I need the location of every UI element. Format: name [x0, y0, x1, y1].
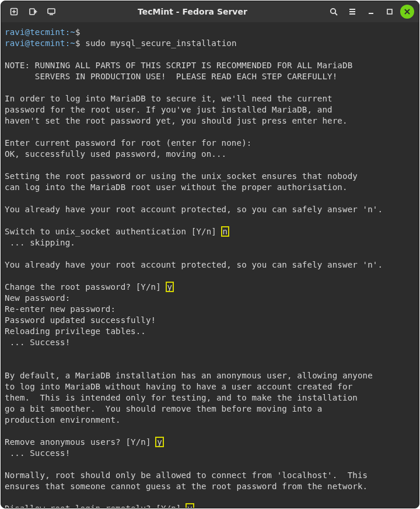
output-line: them. This is intended only for testing,… [5, 393, 358, 402]
screen-button[interactable] [43, 3, 60, 20]
svg-rect-14 [387, 9, 392, 14]
output-line: production environment. [5, 415, 121, 424]
svg-rect-3 [30, 9, 34, 15]
output-line: ... Success! [5, 338, 70, 347]
terminal-output[interactable]: ravi@tecmint:~$ ravi@tecmint:~$ sudo mys… [1, 22, 419, 508]
prompt-question: Switch to unix_socket authentication [Y/… [5, 227, 222, 236]
output-line: OK, successfully used password, moving o… [5, 149, 226, 159]
titlebar: TecMint - Fedora Server [1, 1, 419, 22]
terminal-window: TecMint - Fedora Server ravi@tecmint:~$ … [1, 1, 419, 508]
output-line: go a bit smoother. You should remove the… [5, 404, 322, 413]
output-line: password for the root user. If you've ju… [5, 105, 332, 114]
menu-button[interactable] [344, 3, 360, 20]
svg-rect-6 [48, 9, 55, 13]
svg-point-8 [331, 9, 335, 13]
output-line: You already have your root account prote… [5, 260, 383, 269]
minimize-button[interactable] [363, 3, 379, 20]
close-button[interactable] [400, 5, 414, 19]
new-tab-button[interactable] [6, 3, 22, 20]
output-line: Normally, root should only be allowed to… [5, 471, 368, 480]
output-line: haven't set the root password yet, you s… [5, 116, 348, 125]
output-line: Enter current password for root (enter f… [5, 138, 251, 148]
output-line: Setting the root password or using the u… [5, 171, 358, 181]
output-line: ... Success! [5, 448, 70, 458]
output-line: In order to log into MariaDB to secure i… [5, 94, 332, 103]
command-text: sudo mysql_secure_installation [85, 38, 236, 48]
output-line: You already have your root account prote… [5, 205, 383, 214]
user-answer: y [186, 504, 194, 508]
output-line: SERVERS IN PRODUCTION USE! PLEASE READ E… [5, 72, 337, 81]
output-line: Re-enter new password: [5, 304, 116, 314]
output-line: ... skipping. [5, 238, 75, 247]
prompt-question: Remove anonymous users? [Y/n] [5, 437, 156, 447]
output-line: Reloading privilege tables.. [5, 327, 146, 336]
output-line: Password updated successfully! [5, 315, 156, 325]
prompt-user: ravi@tecmint [5, 38, 65, 48]
prompt-question: Disallow root login remotely? [Y/n] [5, 504, 186, 508]
user-answer: y [166, 282, 174, 292]
prompt-user: ravi@tecmint [5, 27, 65, 37]
output-line: to log into MariaDB without having to ha… [5, 382, 352, 391]
new-window-button[interactable] [24, 3, 41, 20]
output-line: New password: [5, 293, 70, 303]
output-line: By default, a MariaDB installation has a… [5, 371, 373, 380]
user-answer: n [222, 227, 229, 236]
window-title: TecMint - Fedora Server [60, 7, 326, 16]
maximize-button[interactable] [382, 3, 398, 20]
svg-line-9 [335, 13, 337, 15]
output-line: ensures that someone cannot guess at the… [5, 482, 368, 491]
output-line: can log into the MariaDB root user witho… [5, 182, 348, 192]
search-button[interactable] [326, 3, 342, 20]
user-answer: y [156, 437, 163, 447]
output-line: NOTE: RUNNING ALL PARTS OF THIS SCRIPT I… [5, 61, 352, 70]
prompt-question: Change the root password? [Y/n] [5, 282, 166, 292]
